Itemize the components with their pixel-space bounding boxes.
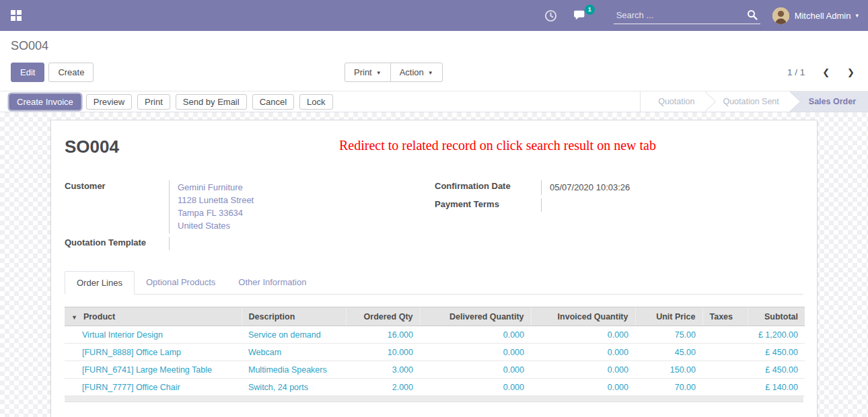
- cancel-button[interactable]: Cancel: [252, 94, 294, 110]
- tab-other-information[interactable]: Other Information: [227, 271, 318, 295]
- edit-button[interactable]: Edit: [11, 63, 44, 82]
- tab-optional-products[interactable]: Optional Products: [135, 271, 227, 295]
- quotation-template-value[interactable]: [169, 237, 435, 250]
- column-header-product[interactable]: ▼Product: [65, 307, 242, 326]
- table-footer-strip: [65, 396, 803, 402]
- cell-ordered-qty[interactable]: 16.000: [346, 326, 420, 344]
- customer-address-line2[interactable]: Tampa FL 33634: [178, 206, 435, 219]
- payment-terms-label: Payment Terms: [435, 198, 541, 212]
- sales-order-sheet: SO004 Redirect to related record on clic…: [50, 120, 818, 417]
- cell-product[interactable]: [FURN_7777] Office Chair: [65, 379, 242, 396]
- cell-description[interactable]: Multimedia Speakers: [242, 361, 346, 379]
- apps-menu-icon[interactable]: [11, 10, 22, 21]
- cell-subtotal[interactable]: £ 1,200.00: [748, 326, 805, 344]
- customer-field: Customer Gemini Furniture 1128 Lunetta S…: [65, 180, 435, 233]
- customer-address-line1[interactable]: 1128 Lunetta Street: [178, 194, 435, 206]
- cell-subtotal[interactable]: £ 140.00: [748, 379, 805, 396]
- tab-order-lines[interactable]: Order Lines: [65, 271, 135, 295]
- cell-invoiced-qty[interactable]: 0.000: [531, 379, 635, 396]
- send-by-email-button[interactable]: Send by Email: [176, 94, 247, 110]
- customer-label: Customer: [65, 180, 169, 233]
- cell-taxes[interactable]: [702, 326, 748, 344]
- cell-unit-price[interactable]: 45.00: [635, 344, 702, 361]
- customer-address-country[interactable]: United States: [178, 219, 435, 232]
- preview-button[interactable]: Preview: [86, 94, 132, 110]
- lock-button[interactable]: Lock: [299, 94, 332, 110]
- cell-delivered-qty[interactable]: 0.000: [420, 344, 531, 361]
- cell-unit-price[interactable]: 75.00: [635, 326, 702, 344]
- action-caret-icon: ▼: [428, 70, 433, 76]
- order-line-row[interactable]: [FURN_8888] Office Lamp Webcam 10.000 0.…: [65, 344, 805, 361]
- cell-description[interactable]: Webcam: [242, 344, 346, 361]
- pager-next-icon[interactable]: ❯: [844, 67, 857, 77]
- statusbar: Create Invoice Preview Print Send by Ema…: [0, 91, 868, 112]
- print-dropdown-button[interactable]: Print▼: [345, 63, 391, 82]
- order-line-row[interactable]: [FURN_6741] Large Meeting Table Multimed…: [65, 361, 805, 379]
- cell-ordered-qty[interactable]: 10.000: [346, 344, 420, 361]
- cell-unit-price[interactable]: 70.00: [635, 379, 702, 396]
- table-header-row: ▼Product Description Ordered Qty Deliver…: [65, 307, 805, 326]
- cell-subtotal[interactable]: £ 450.00: [748, 361, 805, 379]
- payment-terms-value[interactable]: [541, 198, 803, 212]
- user-menu[interactable]: Mitchell Admin ▾: [772, 7, 861, 24]
- column-header-ordered-qty[interactable]: Ordered Qty: [346, 307, 420, 326]
- cell-taxes[interactable]: [702, 344, 748, 361]
- cell-product[interactable]: Virtual Interior Design: [65, 326, 242, 344]
- cell-description[interactable]: Switch, 24 ports: [242, 379, 346, 396]
- create-invoice-button[interactable]: Create Invoice: [9, 94, 81, 110]
- cell-taxes[interactable]: [702, 361, 748, 379]
- order-line-row[interactable]: [FURN_7777] Office Chair Switch, 24 port…: [65, 379, 805, 396]
- column-header-subtotal[interactable]: Subtotal: [748, 307, 805, 326]
- cell-taxes[interactable]: [702, 379, 748, 396]
- column-toggle-caret-icon[interactable]: ▼: [71, 314, 77, 321]
- print-button[interactable]: Print: [137, 94, 170, 110]
- search-icon[interactable]: [747, 9, 758, 20]
- breadcrumb[interactable]: SO004: [11, 39, 857, 53]
- cell-subtotal[interactable]: £ 450.00: [748, 344, 805, 361]
- cell-ordered-qty[interactable]: 2.000: [346, 379, 420, 396]
- control-panel: SO004 Edit Create Print▼ Action▼ 1 / 1 ❮…: [0, 31, 868, 91]
- cell-product[interactable]: [FURN_6741] Large Meeting Table: [65, 361, 242, 379]
- pager-previous-icon[interactable]: ❮: [820, 67, 832, 77]
- column-header-description[interactable]: Description: [242, 307, 346, 326]
- column-header-unit-price[interactable]: Unit Price: [635, 307, 702, 326]
- cell-invoiced-qty[interactable]: 0.000: [531, 326, 635, 344]
- cell-ordered-qty[interactable]: 3.000: [346, 361, 420, 379]
- record-actions-group: Print▼ Action▼: [345, 63, 443, 82]
- column-header-invoiced-quantity[interactable]: Invoiced Quantity: [531, 307, 635, 326]
- cell-unit-price[interactable]: 150.00: [635, 361, 702, 379]
- search-input[interactable]: [614, 7, 760, 24]
- cell-description[interactable]: Service on demand: [242, 326, 346, 344]
- state-sales-order[interactable]: Sales Order: [790, 91, 868, 112]
- confirmation-date-label: Confirmation Date: [435, 180, 541, 195]
- cell-delivered-qty[interactable]: 0.000: [420, 379, 531, 396]
- column-header-taxes[interactable]: Taxes: [702, 307, 748, 326]
- quotation-template-field: Quotation Template: [65, 237, 435, 250]
- order-line-row[interactable]: Virtual Interior Design Service on deman…: [65, 326, 805, 344]
- cell-invoiced-qty[interactable]: 0.000: [531, 361, 635, 379]
- activities-clock-icon[interactable]: [544, 9, 557, 22]
- print-caret-icon: ▼: [376, 70, 382, 76]
- payment-terms-field: Payment Terms: [435, 198, 803, 212]
- user-name: Mitchell Admin: [795, 11, 851, 21]
- action-dropdown-button[interactable]: Action▼: [390, 63, 443, 82]
- cell-invoiced-qty[interactable]: 0.000: [531, 344, 635, 361]
- field-groups: Customer Gemini Furniture 1128 Lunetta S…: [65, 180, 803, 254]
- messages-badge: 1: [585, 5, 595, 15]
- notebook-tabs: Order Lines Optional Products Other Info…: [65, 271, 803, 295]
- status-pipeline: Quotation Quotation Sent Sales Order: [640, 91, 868, 112]
- create-button[interactable]: Create: [48, 63, 94, 82]
- cell-delivered-qty[interactable]: 0.000: [420, 361, 531, 379]
- column-header-delivered-quantity[interactable]: Delivered Quantity: [420, 307, 531, 326]
- quotation-template-label: Quotation Template: [65, 237, 169, 250]
- confirmation-date-value: 05/07/2020 10:03:26: [550, 182, 630, 192]
- form-view-background: SO004 Redirect to related record on clic…: [0, 112, 868, 417]
- pager-value: 1 / 1: [787, 67, 805, 77]
- state-quotation-sent[interactable]: Quotation Sent: [705, 91, 789, 112]
- customer-name-link[interactable]: Gemini Furniture: [178, 181, 435, 194]
- annotation-note: Redirect to related record on click sear…: [339, 138, 656, 153]
- cell-delivered-qty[interactable]: 0.000: [420, 326, 531, 344]
- cell-product[interactable]: [FURN_8888] Office Lamp: [65, 344, 242, 361]
- messages-icon[interactable]: 1: [573, 9, 588, 22]
- state-quotation[interactable]: Quotation: [641, 91, 705, 112]
